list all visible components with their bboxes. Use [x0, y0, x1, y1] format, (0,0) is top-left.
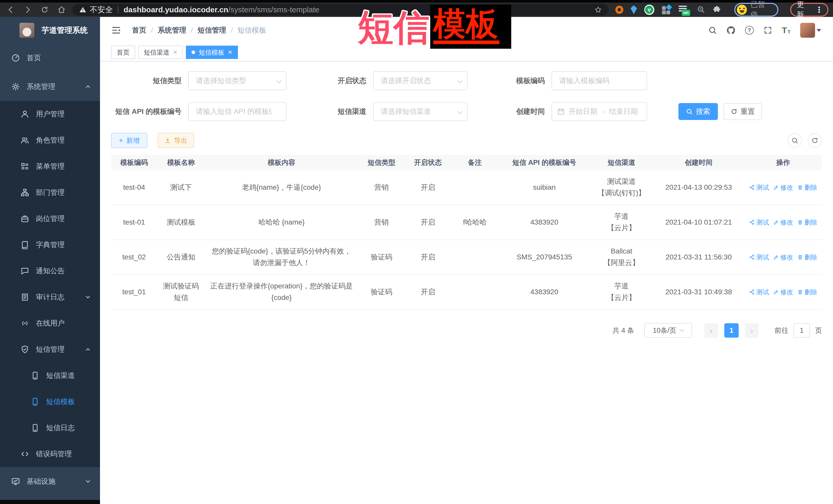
sidebar-item-online[interactable]: 在线用户: [0, 310, 100, 336]
sidebar-item-label: 字典管理: [36, 240, 65, 250]
breadcrumb-item[interactable]: 首页: [132, 25, 146, 35]
back-icon[interactable]: [7, 6, 15, 14]
search-button[interactable]: 搜索: [679, 103, 718, 120]
delete-action[interactable]: 删除: [798, 252, 817, 262]
recorder-extension-icon[interactable]: [615, 6, 623, 14]
sidebar-item-home[interactable]: 首页: [0, 44, 100, 72]
font-size-icon[interactable]: TT: [782, 26, 790, 34]
search-icon[interactable]: [708, 26, 717, 34]
sidebar-item-label: 岗位管理: [36, 214, 65, 223]
close-icon[interactable]: ×: [228, 49, 232, 56]
search-button-label: 搜索: [696, 106, 710, 116]
sidebar-item-user[interactable]: 用户管理: [0, 101, 100, 127]
sidebar-item-errcode[interactable]: 错误码管理: [0, 441, 100, 467]
sidebar-item-label: 错误码管理: [36, 449, 72, 459]
extensions-puzzle-icon[interactable]: [713, 5, 721, 14]
sidebar-item-label: 首页: [27, 53, 41, 63]
address-bar[interactable]: 不安全 dashboard.yudao.iocoder.cn/system/sm…: [72, 4, 609, 16]
open-status-select[interactable]: [373, 71, 468, 90]
test-action[interactable]: 测试: [749, 217, 769, 227]
gem-extension-icon[interactable]: [630, 5, 637, 14]
create-time-label: 创建时间: [468, 106, 551, 116]
fullscreen-icon[interactable]: [763, 26, 772, 34]
sidebar-item-infra[interactable]: 基础设施: [0, 467, 100, 496]
tag-sms-channel[interactable]: 短信渠道 ×: [138, 46, 183, 59]
edit-action[interactable]: 修改: [773, 217, 793, 227]
show-search-button[interactable]: [788, 133, 802, 148]
edit-action[interactable]: 修改: [773, 287, 793, 297]
sidebar-item-sms[interactable]: 短信管理: [0, 336, 100, 362]
sidebar-item-role[interactable]: 角色管理: [0, 127, 100, 153]
help-icon[interactable]: ?: [745, 26, 754, 34]
browser-profile-button[interactable]: 已暂停: [734, 3, 778, 17]
log-icon: [21, 293, 29, 302]
add-button[interactable]: + 新增: [111, 133, 147, 148]
sidebar-item-dict[interactable]: 字典管理: [0, 232, 100, 258]
edit-action[interactable]: 修改: [773, 252, 793, 262]
magnifier-extension-icon[interactable]: [696, 5, 705, 14]
search-icon: [791, 137, 799, 144]
column-header: 模板内容: [205, 158, 358, 167]
sidebar-item-sms-template[interactable]: 短信模板: [0, 389, 100, 415]
green-extension-icon[interactable]: v: [644, 5, 654, 15]
reload-icon[interactable]: [41, 6, 49, 14]
goto-page-input[interactable]: [793, 323, 810, 338]
user-menu[interactable]: [800, 23, 821, 38]
calendar-icon: [557, 108, 565, 115]
create-time-range-picker[interactable]: 开始日期 - 结束日期: [551, 102, 647, 121]
on-badge: on: [682, 10, 690, 16]
next-page-button[interactable]: ›: [745, 323, 759, 338]
delete-action[interactable]: 删除: [798, 287, 817, 297]
breadcrumb-item[interactable]: 系统管理: [158, 25, 186, 35]
end-date-placeholder[interactable]: 结束日期: [605, 106, 641, 116]
page-size-select[interactable]: 10条/页: [644, 323, 692, 338]
github-icon[interactable]: [727, 26, 735, 34]
cell-api-id: 4383920: [499, 281, 590, 304]
sms-channel-select[interactable]: [373, 102, 468, 121]
sidebar-item-menu[interactable]: 菜单管理: [0, 153, 100, 179]
prev-page-button[interactable]: ‹: [704, 323, 718, 338]
export-button[interactable]: 导出: [158, 133, 194, 148]
sidebar-item-notice[interactable]: 通知公告: [0, 258, 100, 284]
refresh-table-button[interactable]: [808, 133, 822, 148]
sidebar-item-system[interactable]: 系统管理: [0, 72, 100, 101]
home-icon[interactable]: [57, 6, 66, 14]
browser-menu-icon[interactable]: ⋮: [815, 5, 823, 15]
sms-type-select[interactable]: [188, 71, 286, 90]
browser-update-button[interactable]: 更新 ⋮: [790, 3, 828, 17]
page-number-current[interactable]: 1: [724, 323, 739, 338]
sidebar-item-post[interactable]: 岗位管理: [0, 206, 100, 232]
edit-icon: [773, 254, 779, 260]
start-date-placeholder[interactable]: 开始日期: [565, 106, 601, 116]
template-code-input[interactable]: [551, 71, 647, 90]
sidebar-item-label: 短信管理: [36, 344, 65, 354]
tag-sms-template[interactable]: 短信模板 ×: [186, 46, 238, 59]
browser-top-strip: [0, 0, 833, 3]
close-icon[interactable]: ×: [173, 49, 177, 56]
forward-icon[interactable]: [24, 6, 32, 14]
test-action[interactable]: 测试: [749, 182, 769, 193]
search-icon: [686, 108, 693, 115]
tag-home[interactable]: 首页: [111, 46, 135, 59]
app-logo[interactable]: 芋道管理系统: [0, 17, 100, 44]
reset-button[interactable]: 重置: [723, 103, 762, 120]
cell-type: 验证码: [358, 246, 405, 269]
api-template-id-input[interactable]: [188, 102, 286, 121]
edit-action[interactable]: 修改: [773, 182, 793, 193]
grid-extension-icon[interactable]: [662, 5, 671, 15]
breadcrumb-item[interactable]: 短信管理: [198, 25, 227, 35]
list-extension-icon[interactable]: on: [679, 5, 689, 15]
sidebar-item-sms-channel[interactable]: 短信渠道: [0, 362, 100, 389]
sidebar-item-audit[interactable]: 审计日志: [0, 284, 100, 310]
tags-view: 首页 短信渠道 × 短信模板 ×: [100, 44, 833, 62]
collapse-sidebar-icon[interactable]: [111, 25, 121, 35]
bookmark-star-icon[interactable]: [594, 6, 602, 14]
test-action[interactable]: 测试: [749, 287, 769, 297]
delete-action[interactable]: 删除: [798, 217, 817, 227]
test-action[interactable]: 测试: [749, 252, 769, 262]
delete-action[interactable]: 删除: [798, 182, 817, 193]
edit-icon: [773, 289, 779, 295]
tag-label: 短信渠道: [144, 48, 169, 57]
sidebar-item-dept[interactable]: 部门管理: [0, 179, 100, 206]
sidebar-item-sms-log[interactable]: 短信日志: [0, 415, 100, 441]
